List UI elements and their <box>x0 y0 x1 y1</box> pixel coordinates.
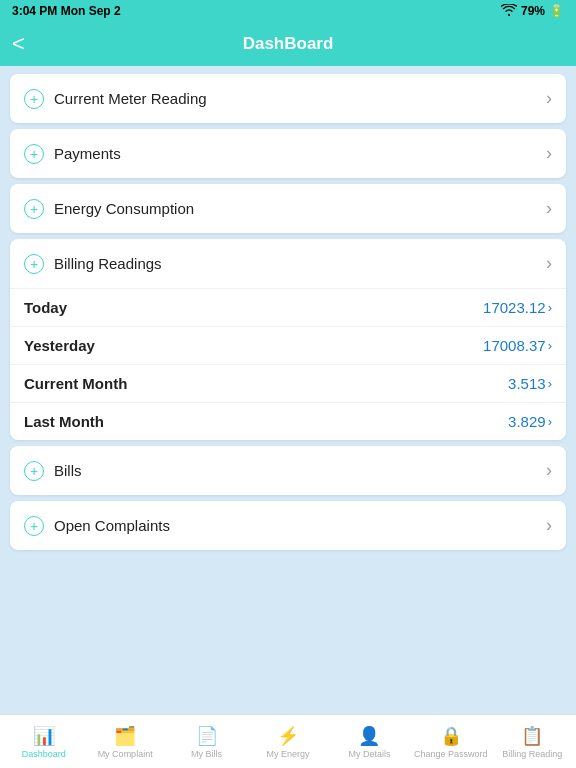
bills-row[interactable]: + Bills › <box>10 446 566 495</box>
billing-today-value: 17023.12 › <box>483 299 552 316</box>
energy-card: + Energy Consumption › <box>10 184 566 233</box>
wifi-icon <box>501 4 517 19</box>
chevron-yesterday: › <box>548 338 552 353</box>
tab-my-energy[interactable]: ⚡ My Energy <box>248 721 327 763</box>
tab-my-details-icon: 👤 <box>358 725 380 747</box>
current-meter-card: + Current Meter Reading › <box>10 74 566 123</box>
nav-header: < DashBoard <box>0 22 576 66</box>
plus-icon-payments: + <box>24 144 44 164</box>
tab-change-password-label: Change Password <box>414 749 488 759</box>
energy-row[interactable]: + Energy Consumption › <box>10 184 566 233</box>
tab-dashboard-icon: 📊 <box>33 725 55 747</box>
plus-icon-complaints: + <box>24 516 44 536</box>
bills-label: Bills <box>54 462 82 479</box>
billing-yesterday-row[interactable]: Yesterday 17008.37 › <box>10 327 566 365</box>
tab-change-password-icon: 🔒 <box>440 725 462 747</box>
open-complaints-card: + Open Complaints › <box>10 501 566 550</box>
tab-my-bills[interactable]: 📄 My Bills <box>167 721 246 763</box>
nav-title: DashBoard <box>243 34 334 54</box>
current-meter-left: + Current Meter Reading <box>24 89 207 109</box>
status-right: 79% 🔋 <box>501 4 564 19</box>
billing-last-month-value: 3.829 › <box>508 413 552 430</box>
open-complaints-left: + Open Complaints <box>24 516 170 536</box>
tab-billing-reading-icon: 📋 <box>521 725 543 747</box>
tab-my-bills-label: My Bills <box>191 749 222 759</box>
billing-last-month-label: Last Month <box>24 413 104 430</box>
bills-card: + Bills › <box>10 446 566 495</box>
billing-current-month-row[interactable]: Current Month 3.513 › <box>10 365 566 403</box>
billing-readings-left: + Billing Readings <box>24 254 162 274</box>
tab-billing-reading-label: Billing Reading <box>502 749 562 759</box>
chevron-current-month: › <box>548 376 552 391</box>
battery-icon: 🔋 <box>549 4 564 18</box>
open-complaints-label: Open Complaints <box>54 517 170 534</box>
billing-today-label: Today <box>24 299 67 316</box>
chevron-meter: › <box>546 88 552 109</box>
billing-readings-header-row[interactable]: + Billing Readings › <box>10 239 566 289</box>
current-meter-row[interactable]: + Current Meter Reading › <box>10 74 566 123</box>
tab-my-complaint[interactable]: 🗂️ My Complaint <box>85 721 164 763</box>
tab-bar: 📊 Dashboard 🗂️ My Complaint 📄 My Bills ⚡… <box>0 714 576 768</box>
main-content: + Current Meter Reading › + Payments › +… <box>0 66 576 714</box>
billing-yesterday-label: Yesterday <box>24 337 95 354</box>
plus-icon-meter: + <box>24 89 44 109</box>
tab-my-details-label: My Details <box>348 749 390 759</box>
current-meter-label: Current Meter Reading <box>54 90 207 107</box>
tab-my-details[interactable]: 👤 My Details <box>330 721 409 763</box>
tab-billing-reading[interactable]: 📋 Billing Reading <box>493 721 572 763</box>
bills-left: + Bills <box>24 461 82 481</box>
chevron-last-month: › <box>548 414 552 429</box>
billing-readings-card: + Billing Readings › Today 17023.12 › Ye… <box>10 239 566 440</box>
chevron-bills: › <box>546 460 552 481</box>
tab-my-bills-icon: 📄 <box>196 725 218 747</box>
payments-card: + Payments › <box>10 129 566 178</box>
chevron-complaints: › <box>546 515 552 536</box>
tab-my-complaint-label: My Complaint <box>98 749 153 759</box>
billing-last-month-row[interactable]: Last Month 3.829 › <box>10 403 566 440</box>
battery-indicator: 79% <box>521 4 545 18</box>
billing-readings-label: Billing Readings <box>54 255 162 272</box>
payments-label: Payments <box>54 145 121 162</box>
open-complaints-row[interactable]: + Open Complaints › <box>10 501 566 550</box>
chevron-energy: › <box>546 198 552 219</box>
chevron-payments: › <box>546 143 552 164</box>
billing-today-row[interactable]: Today 17023.12 › <box>10 289 566 327</box>
tab-my-energy-label: My Energy <box>266 749 309 759</box>
payments-row[interactable]: + Payments › <box>10 129 566 178</box>
plus-icon-bills: + <box>24 461 44 481</box>
energy-left: + Energy Consumption <box>24 199 194 219</box>
energy-label: Energy Consumption <box>54 200 194 217</box>
tab-change-password[interactable]: 🔒 Change Password <box>411 721 490 763</box>
billing-current-month-label: Current Month <box>24 375 127 392</box>
billing-current-month-value: 3.513 › <box>508 375 552 392</box>
payments-left: + Payments <box>24 144 121 164</box>
tab-dashboard[interactable]: 📊 Dashboard <box>4 721 83 763</box>
status-time-date: 3:04 PM Mon Sep 2 <box>12 4 121 18</box>
chevron-billing: › <box>546 253 552 274</box>
chevron-today: › <box>548 300 552 315</box>
back-button[interactable]: < <box>12 31 25 57</box>
status-bar: 3:04 PM Mon Sep 2 79% 🔋 <box>0 0 576 22</box>
tab-dashboard-label: Dashboard <box>22 749 66 759</box>
plus-icon-energy: + <box>24 199 44 219</box>
tab-my-complaint-icon: 🗂️ <box>114 725 136 747</box>
billing-yesterday-value: 17008.37 › <box>483 337 552 354</box>
plus-icon-billing: + <box>24 254 44 274</box>
tab-my-energy-icon: ⚡ <box>277 725 299 747</box>
